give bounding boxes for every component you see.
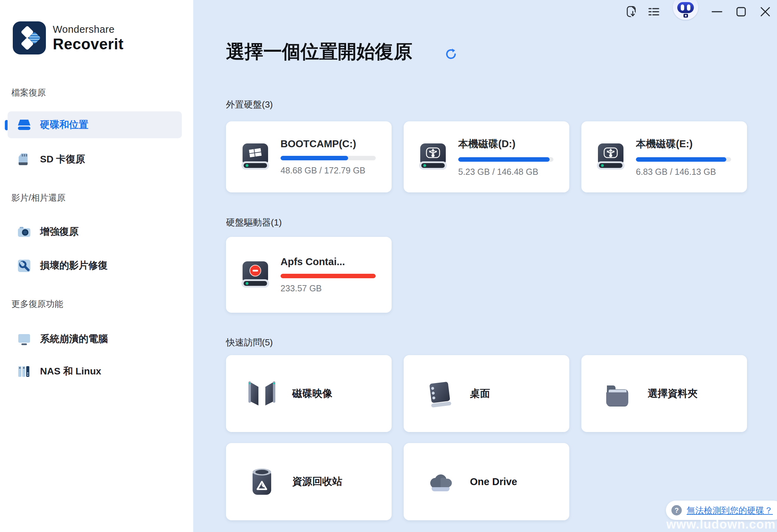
windows-drive-icon (240, 143, 270, 171)
section-quick-access: 快速訪問(5) (226, 337, 273, 349)
capacity-bar-fill (281, 156, 348, 160)
watermark: www.ludown.com (666, 517, 776, 532)
recover-file-list-icon[interactable] (624, 5, 638, 19)
brand-recoverit: Recoverit (53, 37, 124, 52)
cloud-onedrive-icon (422, 464, 457, 499)
sidebar-item-sd-card-recovery[interactable]: SD 卡復原 (8, 146, 182, 173)
drive-name: 本機磁碟(D:) (458, 137, 553, 151)
sidebar-section-video-photo: 影片/相片還原 (11, 192, 66, 203)
sidebar-item-label: 損壞的影片修復 (40, 259, 108, 272)
drive-card-apfs-container[interactable]: Apfs Contai... 233.57 GB (226, 237, 392, 313)
sidebar-item-nas-linux[interactable]: NAS 和 Linux (8, 358, 182, 385)
drive-usage: 5.23 GB / 146.48 GB (458, 167, 553, 177)
drive-name: Apfs Contai... (281, 256, 376, 268)
recoverit-logo-icon (13, 21, 46, 54)
nas-server-icon (17, 364, 32, 379)
sidebar-item-drives-and-locations[interactable]: 硬碟和位置 (8, 111, 182, 138)
monitor-icon (17, 331, 32, 347)
camera-icon (17, 224, 32, 239)
drive-card-local-d[interactable]: 本機磁碟(D:) 5.23 GB / 146.48 GB (404, 121, 569, 192)
capacity-bar-fill (636, 157, 726, 162)
capacity-bar (281, 274, 376, 278)
drive-card-bootcamp-c[interactable]: BOOTCAMP(C:) 48.68 GB / 172.79 GB (226, 121, 392, 192)
capacity-bar (281, 156, 376, 160)
assistant-robot-avatar[interactable] (673, 0, 698, 20)
quick-label: 磁碟映像 (292, 387, 332, 401)
drive-card-local-e[interactable]: 本機磁碟(E:) 6.83 GB / 146.13 GB (581, 121, 747, 192)
sidebar: Wondershare Recoverit 檔案復原 硬碟和位置 SD 卡復原 … (0, 0, 193, 532)
drive-name: BOOTCAMP(C:) (281, 138, 376, 150)
drive-usage: 6.83 GB / 146.13 GB (636, 167, 731, 177)
sidebar-item-enhanced-recovery[interactable]: 增強復原 (8, 218, 182, 245)
robot-eye (687, 4, 690, 11)
sidebar-section-more-recovery: 更多復原功能 (11, 298, 63, 310)
quick-label: 資源回收站 (292, 475, 342, 489)
sd-card-icon (17, 152, 32, 167)
page-title: 選擇一個位置開始復原 (226, 39, 412, 64)
disk-image-icon (245, 377, 279, 411)
repair-wrench-icon (17, 258, 32, 273)
desktop-icon (422, 377, 457, 411)
sidebar-item-label: 系統崩潰的電腦 (40, 332, 108, 345)
maximize-button[interactable] (735, 6, 747, 18)
quick-card-onedrive[interactable]: One Drive (404, 443, 569, 520)
quick-card-desktop[interactable]: 桌面 (404, 355, 569, 432)
quick-card-disk-image[interactable]: 磁碟映像 (226, 355, 392, 432)
sidebar-item-corrupted-video-repair[interactable]: 損壞的影片修復 (8, 252, 182, 279)
robot-mouth (683, 14, 688, 18)
question-mark-icon: ? (671, 505, 682, 515)
quick-card-select-folder[interactable]: 選擇資料夾 (581, 355, 747, 432)
refresh-icon[interactable] (444, 48, 458, 61)
brand-wondershare: Wondershare (53, 24, 124, 34)
sidebar-item-label: NAS 和 Linux (40, 365, 101, 378)
close-button[interactable] (759, 6, 771, 18)
section-external-drives: 外置硬盤(3) (226, 99, 273, 111)
hard-drive-icon (17, 117, 32, 132)
task-list-icon[interactable] (648, 6, 660, 18)
minimize-button[interactable] (711, 6, 723, 18)
quick-card-recycle-bin[interactable]: 資源回收站 (226, 443, 392, 520)
apfs-drive-blocked-icon (240, 261, 270, 289)
capacity-bar (636, 157, 731, 162)
sidebar-item-label: 增強復原 (40, 225, 79, 238)
robot-eye (681, 4, 684, 11)
drive-usage: 48.68 GB / 172.79 GB (281, 165, 376, 175)
usb-drive-icon (418, 143, 448, 171)
capacity-bar (458, 157, 553, 162)
section-hard-disk-drives: 硬盤驅動器(1) (226, 217, 282, 229)
drive-name: 本機磁碟(E:) (636, 137, 731, 151)
recycle-bin-icon (245, 464, 279, 499)
quick-label: 桌面 (470, 387, 490, 401)
capacity-bar-fill (281, 274, 376, 278)
sidebar-section-file-recovery: 檔案復原 (11, 87, 46, 98)
usb-drive-icon (596, 143, 626, 171)
sidebar-item-crashed-computer[interactable]: 系統崩潰的電腦 (8, 325, 182, 352)
quick-label: One Drive (470, 476, 517, 488)
sidebar-item-label: SD 卡復原 (40, 153, 85, 166)
app-brand: Wondershare Recoverit (13, 21, 124, 54)
folder-icon (600, 377, 635, 411)
drive-usage: 233.57 GB (281, 283, 376, 293)
capacity-bar-fill (458, 157, 550, 162)
sidebar-item-label: 硬碟和位置 (40, 118, 88, 131)
help-link-text[interactable]: 無法檢測到您的硬碟？ (687, 505, 773, 516)
robot-visor (677, 2, 694, 13)
quick-label: 選擇資料夾 (648, 387, 698, 401)
